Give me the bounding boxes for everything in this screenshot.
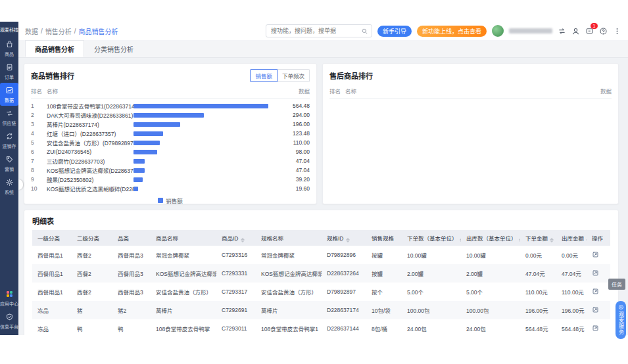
metric-sales-amount-button[interactable]: 销售额 (250, 69, 278, 82)
search-input[interactable] (270, 27, 361, 35)
sidebar-item-系统[interactable]: 系统 (0, 175, 18, 198)
breadcrumb-item[interactable]: 销售分析 (45, 26, 72, 36)
avatar[interactable] (492, 25, 504, 37)
sidebar-item-label: 数据 (5, 97, 14, 103)
table-cell: D228637264 (322, 264, 366, 283)
table-cell: 10.00罐 (461, 246, 520, 264)
row-detail-button[interactable] (592, 269, 599, 277)
rank-number: 6 (31, 148, 47, 155)
column-header-出库金额[interactable]: 出库金额 (556, 230, 587, 246)
sort-caret-icon[interactable] (586, 238, 587, 242)
column-header-一级分类: 一级分类 (32, 230, 72, 246)
table-cell-actions (587, 264, 610, 283)
content-area: 商品销售排行 销售额 下单频次 排名 名称 数据 1108食堂带皮去骨鸭掌1(D… (18, 58, 628, 335)
app-center-icon (5, 290, 14, 299)
info-platform-icon (5, 313, 14, 322)
row-detail-button[interactable] (592, 288, 599, 295)
column-header-商品名称: 商品名称 (151, 230, 216, 246)
sort-caret-icon[interactable] (346, 238, 350, 242)
sort-caret-icon[interactable] (241, 238, 245, 242)
account-name-redacted (509, 28, 552, 34)
table-cell: 冻品 (32, 301, 72, 319)
bar-track (133, 131, 277, 136)
sidebar-item-数据[interactable]: 数据 (0, 83, 18, 106)
table-cell: 鸭 (112, 319, 151, 335)
table-cell: 西餐用品1 (32, 283, 72, 301)
table-cell: KOS甄想记金牌高达椰浆 (256, 264, 322, 283)
sort-caret-icon[interactable] (519, 238, 520, 242)
sidebar-item-进销存[interactable]: 进销存 (0, 129, 18, 152)
bar-track (133, 150, 277, 154)
table-cell-actions (587, 283, 610, 301)
switch-account-icon[interactable] (558, 27, 566, 35)
breadcrumb-separator: / (41, 28, 43, 35)
table-cell: 47.04元 (556, 264, 587, 283)
legend-label: 销售额 (166, 196, 183, 204)
sidebar-item-应用中心[interactable]: 应用中心 (0, 286, 18, 309)
table-cell: D79892896 (322, 246, 366, 264)
row-detail-button[interactable] (592, 325, 599, 332)
sidebar: 观麦科技 商品订单数据供应链进销存营销系统 应用中心信息平台 (0, 22, 18, 335)
table-cell: C7293317 (216, 283, 256, 301)
guide-button[interactable]: 新手引导 (377, 26, 412, 37)
help-icon[interactable] (599, 27, 608, 35)
name-col-label: 名称 (47, 87, 277, 95)
tab-category-sales-analysis[interactable]: 分类销售分析 (84, 40, 143, 57)
row-detail-button[interactable] (592, 306, 599, 313)
table-cell: 564.48元 (520, 319, 556, 335)
global-search (266, 24, 372, 37)
row-detail-button[interactable] (592, 251, 599, 258)
chart-row: 9酸果(D252350802)39.20 (31, 175, 310, 184)
bag-icon (5, 40, 14, 49)
logo: 观麦科技 (0, 22, 18, 37)
sidebar-item-供应链[interactable]: 供应链 (0, 106, 18, 129)
sidebar-item-订单[interactable]: 订单 (0, 60, 18, 83)
value-label: 39.20 (277, 176, 310, 183)
column-header-规格ID[interactable]: 规格ID (322, 230, 366, 246)
value-label: 110.00 (277, 139, 310, 146)
chart-row: 5安佳含盐黄油（方形）(D79892897)110.00 (31, 138, 310, 147)
sidebar-item-营销[interactable]: 营销 (0, 152, 18, 175)
smiley-icon (618, 304, 624, 310)
column-header-下单金额[interactable]: 下单金额 (520, 230, 556, 246)
bar-track (133, 168, 277, 173)
more-icon[interactable] (613, 27, 621, 35)
table-cell: 西餐用品3 (112, 264, 151, 283)
aftersale-rank-title: 售后商品排行 (329, 70, 373, 81)
support-icon[interactable] (571, 27, 580, 35)
value-label: 47.04 (277, 167, 310, 173)
promo-button[interactable]: 新功能上线，点击查看 (417, 26, 487, 37)
column-header-出库数（基本单位）[interactable]: 出库数（基本单位） (461, 230, 520, 246)
bar-track (133, 187, 277, 191)
bar-track (133, 159, 277, 164)
message-icon[interactable]: 1 (585, 27, 594, 35)
column-header-操作: 操作 (587, 230, 610, 246)
table-cell: 24.00包 (461, 319, 520, 335)
task-floating-tab[interactable]: 任务 (608, 279, 625, 290)
table-cell: 10包/袋 (366, 301, 402, 319)
tab-product-sales-analysis[interactable]: 商品销售分析 (25, 40, 84, 57)
sidebar-item-label: 信息平台 (0, 323, 18, 330)
sort-caret-icon[interactable] (550, 238, 554, 242)
table-cell: 47.04元 (520, 264, 556, 283)
sort-caret-icon[interactable] (460, 238, 461, 242)
rank-col-label: 排名 (31, 87, 47, 95)
search-icon[interactable] (361, 28, 368, 35)
chart-row: 3莴棒片(D228637174)196.00 (31, 120, 310, 129)
table-cell-actions (587, 246, 610, 264)
table-cell: 安佳含盐黄油（方形） (151, 283, 216, 301)
table-cell: D228637144 (322, 319, 366, 335)
service-floating-button[interactable]: 观麦服务 (616, 301, 626, 339)
breadcrumb-item[interactable]: 数据 (25, 26, 38, 36)
column-header-下单数（基本单位）[interactable]: 下单数（基本单位） (402, 230, 461, 246)
value-label: 294.00 (277, 112, 310, 118)
data-chart-icon (5, 86, 14, 95)
sidebar-item-商品[interactable]: 商品 (0, 37, 18, 60)
value-bar (133, 159, 145, 164)
column-header-商品ID[interactable]: 商品ID (216, 230, 256, 246)
sidebar-item-label: 营销 (5, 166, 14, 172)
breadcrumb-item[interactable]: 商品销售分析 (79, 26, 118, 36)
product-name: 莴棒片(D228637174) (47, 120, 133, 128)
sidebar-item-信息平台[interactable]: 信息平台 (0, 309, 18, 332)
metric-order-frequency-button[interactable]: 下单频次 (278, 69, 310, 82)
